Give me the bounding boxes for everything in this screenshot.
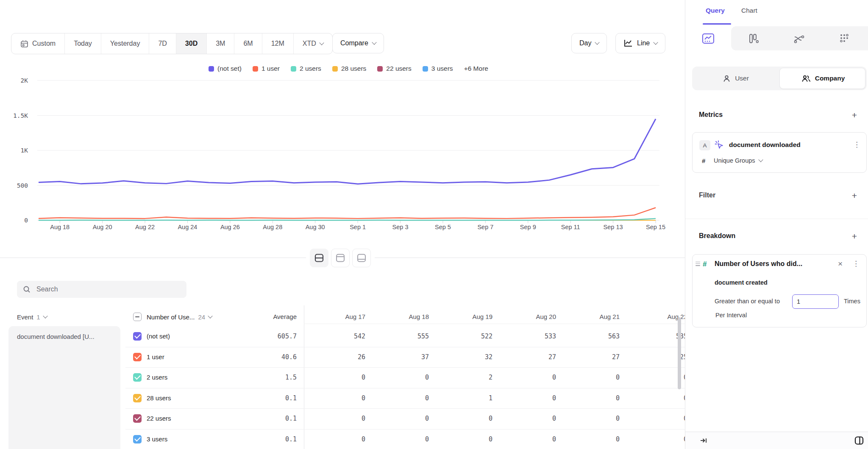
series-checkbox[interactable] xyxy=(133,435,142,443)
value-cell: 533 xyxy=(501,333,556,340)
breakdown-unit: Times xyxy=(844,298,860,305)
series-line xyxy=(39,208,656,219)
event-col-label: Event xyxy=(17,313,33,321)
filter-heading: Filter xyxy=(699,191,715,199)
main-area: CustomTodayYesterday7D30D3M6M12MXTD Comp… xyxy=(0,0,685,449)
average-column-header: Average xyxy=(246,313,297,320)
flow-chart-icon xyxy=(793,33,805,44)
series-label: 1 user xyxy=(147,353,164,360)
app-root: CustomTodayYesterday7D30D3M6M12MXTD Comp… xyxy=(0,0,868,449)
add-filter-button[interactable]: + xyxy=(850,191,859,201)
date-column-header: Aug 19 xyxy=(437,313,492,320)
chart-type-flow-button[interactable] xyxy=(776,26,821,50)
value-cell: 555 xyxy=(374,333,429,340)
layout-split-button[interactable] xyxy=(310,249,328,267)
value-cell: 0 xyxy=(437,415,492,422)
value-cell: 0 xyxy=(374,374,429,381)
scope-user-label: User xyxy=(735,75,749,82)
select-all-checkbox[interactable] xyxy=(133,313,142,321)
chart-type-line-button[interactable] xyxy=(685,26,731,50)
series-label: 3 users xyxy=(147,435,167,443)
group-col-label: Number of Use... xyxy=(147,313,195,321)
breakdown-kebab-icon[interactable]: ⋮ xyxy=(852,260,860,267)
x-axis-label: Sep 9 xyxy=(509,224,547,230)
value-cell: 26 xyxy=(310,353,365,361)
collapse-panel-icon[interactable] xyxy=(700,437,707,446)
chevron-down-icon xyxy=(758,157,763,162)
value-cell: 0 xyxy=(632,394,685,402)
y-axis-label: 500 xyxy=(3,182,28,189)
chart-type-grid-button[interactable] xyxy=(821,26,867,50)
value-cell: 0 xyxy=(565,415,620,422)
breakdown-title[interactable]: Number of Users who did... xyxy=(715,260,802,268)
measure-selector[interactable]: Unique Groups xyxy=(714,157,762,164)
x-axis-label: Sep 1 xyxy=(339,224,377,230)
average-cell: 0.1 xyxy=(246,394,297,402)
breakdown-card[interactable]: # Number of Users who did... × ⋮ documen… xyxy=(692,254,867,327)
x-axis-label: Sep 3 xyxy=(381,224,420,230)
series-checkbox[interactable] xyxy=(133,414,142,423)
side-panel-toggle-icon[interactable] xyxy=(854,436,864,447)
chevron-down-icon xyxy=(43,313,47,318)
event-column-header[interactable]: Event 1 xyxy=(17,310,47,324)
tab-query[interactable]: Query xyxy=(706,7,725,14)
metric-event-name[interactable]: document downloaded xyxy=(729,141,801,149)
date-column-header: Aug 20 xyxy=(501,313,556,320)
value-cell: 0 xyxy=(565,374,620,381)
close-icon[interactable]: × xyxy=(838,259,843,269)
x-axis-label: Aug 18 xyxy=(41,224,79,230)
search-icon xyxy=(23,285,31,293)
header-divider xyxy=(304,324,685,324)
value-cell: 2 xyxy=(437,374,492,381)
search-box[interactable] xyxy=(17,281,186,298)
breakdown-condition[interactable]: Greater than or equal to xyxy=(715,298,780,305)
group-col-count: 24 xyxy=(198,313,205,321)
series-checkbox[interactable] xyxy=(133,394,142,402)
series-checkbox[interactable] xyxy=(133,373,142,382)
drag-handle-icon[interactable] xyxy=(696,261,700,267)
bar-chart-icon xyxy=(748,33,759,44)
event-name: document downloaded [U... xyxy=(8,326,120,340)
breakdown-hash-icon: # xyxy=(703,260,707,269)
value-cell: 1 xyxy=(437,394,492,402)
value-cell: 0 xyxy=(501,374,556,381)
x-axis-label: Sep 13 xyxy=(594,224,632,230)
layout-table-only-button[interactable] xyxy=(352,249,371,267)
value-cell: 0 xyxy=(374,415,429,422)
metric-card[interactable]: A document downloaded ⋮ # Unique Groups xyxy=(692,132,867,173)
add-breakdown-button[interactable]: + xyxy=(850,231,859,241)
breakdown-value-input[interactable] xyxy=(792,294,839,309)
series-checkbox[interactable] xyxy=(133,332,142,341)
row-divider xyxy=(125,388,685,388)
chart-type-strip xyxy=(685,26,868,50)
value-cell: 522 xyxy=(437,333,492,340)
breakdown-event[interactable]: document created xyxy=(715,279,768,286)
tab-chart[interactable]: Chart xyxy=(741,7,757,14)
scope-company-button[interactable]: Company xyxy=(779,67,867,90)
row-divider xyxy=(125,408,685,409)
value-cell: 535 xyxy=(632,333,685,340)
date-column-header: Aug 21 xyxy=(565,313,620,320)
scope-company-label: Company xyxy=(815,75,845,82)
event-cell[interactable]: document downloaded [U... xyxy=(8,326,120,449)
value-cell: 0 xyxy=(632,415,685,422)
y-axis-label: 1.5K xyxy=(3,112,28,119)
x-axis-label: Aug 20 xyxy=(83,224,122,230)
layout-chart-only-button[interactable] xyxy=(331,249,350,267)
measure-hash-prefix: # xyxy=(702,157,705,164)
table-scrollbar[interactable] xyxy=(678,317,681,389)
breakdown-per-interval[interactable]: Per Interval xyxy=(715,312,747,319)
value-cell: 0 xyxy=(310,374,365,381)
value-cell: 27 xyxy=(501,353,556,361)
metric-kebab-icon[interactable]: ⋮ xyxy=(853,141,860,148)
group-column-header[interactable]: Number of Use... 24 xyxy=(147,310,212,324)
chart-type-bar-button[interactable] xyxy=(731,26,776,50)
search-input[interactable] xyxy=(36,285,177,294)
layout-toggle-group xyxy=(306,249,375,267)
series-label: (not set) xyxy=(147,333,170,340)
row-divider xyxy=(125,367,685,368)
add-metric-button[interactable]: + xyxy=(850,110,859,120)
y-axis-label: 1K xyxy=(3,147,28,154)
scope-user-button[interactable]: User xyxy=(692,67,779,90)
series-checkbox[interactable] xyxy=(133,353,142,361)
